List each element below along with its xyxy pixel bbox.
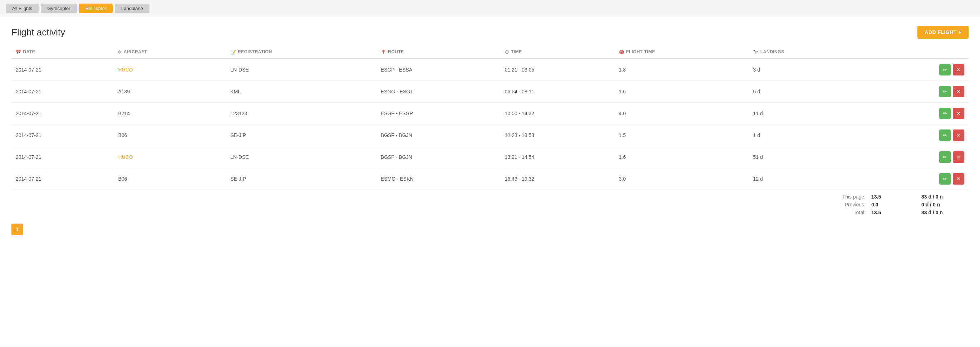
action-cell: ✏✕ (872, 129, 964, 141)
cell-date: 2014-07-21 (11, 81, 114, 102)
date-col-label: DATE (23, 49, 35, 54)
edit-icon: ✏ (943, 176, 947, 182)
action-cell: ✏✕ (872, 108, 964, 119)
add-flight-button[interactable]: ADD FLIGHT + (918, 26, 969, 39)
table-row: 2014-07-21B214123123ESGP - ESGP10:00 - 1… (11, 102, 969, 124)
cell-registration: KML (226, 81, 377, 102)
table-header: 📅 DATE✈ AIRCRAFT📝 REGISTRATION📍 ROUTE⏱ T… (11, 46, 969, 59)
summary-flight-time: 83 d / 0 n (921, 210, 964, 215)
aircraft-col-label: AIRCRAFT (124, 49, 147, 54)
page-1-button[interactable]: 1 (11, 224, 23, 235)
cell-actions: ✏✕ (868, 146, 969, 168)
cell-date: 2014-07-21 (11, 168, 114, 189)
table-row: 2014-07-21B06SE-JIPBGSF - BGJN12:23 - 13… (11, 124, 969, 146)
cell-actions: ✏✕ (868, 168, 969, 189)
delete-button[interactable]: ✕ (953, 108, 964, 119)
cell-flight_time: 1.6 (615, 146, 749, 168)
cell-date: 2014-07-21 (11, 59, 114, 81)
summary-label: Total: (830, 210, 865, 215)
delete-icon: ✕ (956, 176, 961, 182)
pagination: 1 (11, 224, 969, 235)
cell-time: 12:23 - 13:58 (501, 124, 615, 146)
flight_time-col-icon: 🎯 (619, 50, 625, 55)
cell-actions: ✏✕ (868, 124, 969, 146)
cell-registration: SE-JIP (226, 124, 377, 146)
aircraft-link[interactable]: HUCO (118, 67, 133, 73)
cell-route: ESGG - ESGT (377, 81, 501, 102)
summary-row: Total:13.583 d / 0 n (11, 209, 969, 216)
edit-icon: ✏ (943, 154, 947, 160)
col-header-registration: 📝 REGISTRATION (226, 46, 377, 59)
cell-time: 16:43 - 19:32 (501, 168, 615, 189)
delete-button[interactable]: ✕ (953, 86, 964, 97)
delete-button[interactable]: ✕ (953, 173, 964, 185)
cell-aircraft: B06 (114, 124, 226, 146)
summary-row: This page:13.583 d / 0 n (11, 193, 969, 201)
tab-all-flights[interactable]: All Flights (6, 3, 38, 13)
col-header-date: 📅 DATE (11, 46, 114, 59)
flight-table: 📅 DATE✈ AIRCRAFT📝 REGISTRATION📍 ROUTE⏱ T… (11, 46, 969, 190)
summary-time: 13.5 (871, 210, 893, 215)
action-cell: ✏✕ (872, 173, 964, 185)
cell-aircraft: HUCO (114, 146, 226, 168)
date-col-icon: 📅 (16, 50, 21, 55)
edit-button[interactable]: ✏ (939, 64, 951, 75)
delete-button[interactable]: ✕ (953, 64, 964, 75)
edit-button[interactable]: ✏ (939, 173, 951, 185)
delete-icon: ✕ (956, 89, 961, 94)
delete-button[interactable]: ✕ (953, 129, 964, 141)
tab-helicopter[interactable]: Helicopter (79, 3, 113, 13)
cell-landings: 51 d (749, 146, 868, 168)
cell-time: 10:00 - 14:32 (501, 102, 615, 124)
cell-actions: ✏✕ (868, 59, 969, 81)
cell-time: 06:54 - 08:11 (501, 81, 615, 102)
edit-button[interactable]: ✏ (939, 129, 951, 141)
table-body: 2014-07-21HUCOLN-DSEESGP - ESSA01:21 - 0… (11, 59, 969, 190)
cell-actions: ✏✕ (868, 102, 969, 124)
edit-icon: ✏ (943, 111, 947, 116)
delete-icon: ✕ (956, 154, 961, 160)
cell-landings: 1 d (749, 124, 868, 146)
edit-icon: ✏ (943, 67, 947, 73)
edit-button[interactable]: ✏ (939, 86, 951, 97)
cell-route: BGSF - BGJN (377, 124, 501, 146)
col-header-aircraft: ✈ AIRCRAFT (114, 46, 226, 59)
aircraft-col-icon: ✈ (118, 50, 122, 55)
cell-date: 2014-07-21 (11, 102, 114, 124)
cell-flight_time: 4.0 (615, 102, 749, 124)
tab-landplane[interactable]: Landplane (115, 3, 150, 13)
registration-col-icon: 📝 (231, 50, 236, 55)
cell-aircraft: A139 (114, 81, 226, 102)
delete-button[interactable]: ✕ (953, 151, 964, 163)
table-row: 2014-07-21HUCOLN-DSEESGP - ESSA01:21 - 0… (11, 59, 969, 81)
edit-button[interactable]: ✏ (939, 151, 951, 163)
table-row: 2014-07-21B06SE-JIPESMO - ESKN16:43 - 19… (11, 168, 969, 189)
col-header-actions (868, 46, 969, 59)
cell-flight_time: 3.0 (615, 168, 749, 189)
cell-landings: 11 d (749, 102, 868, 124)
edit-icon: ✏ (943, 132, 947, 138)
cell-registration: SE-JIP (226, 168, 377, 189)
header-row: 📅 DATE✈ AIRCRAFT📝 REGISTRATION📍 ROUTE⏱ T… (11, 46, 969, 59)
cell-landings: 12 d (749, 168, 868, 189)
edit-icon: ✏ (943, 89, 947, 94)
cell-time: 01:21 - 03:05 (501, 59, 615, 81)
aircraft-link[interactable]: HUCO (118, 154, 133, 160)
route-col-icon: 📍 (381, 50, 387, 55)
summary-section: This page:13.583 d / 0 nPrevious:0.00 d … (11, 193, 969, 216)
tab-gyrocopter[interactable]: Gyrocopter (41, 3, 76, 13)
landings-col-label: LANDINGS (760, 49, 784, 54)
col-header-route: 📍 ROUTE (377, 46, 501, 59)
cell-aircraft: B214 (114, 102, 226, 124)
edit-button[interactable]: ✏ (939, 108, 951, 119)
cell-flight_time: 1.6 (615, 81, 749, 102)
summary-flight-time: 0 d / 0 n (921, 202, 964, 207)
delete-icon: ✕ (956, 67, 961, 73)
flight_time-col-label: FLIGHT TIME (626, 49, 655, 54)
cell-aircraft: HUCO (114, 59, 226, 81)
cell-date: 2014-07-21 (11, 124, 114, 146)
summary-label: Previous: (830, 202, 865, 207)
landings-col-icon: 🔭 (753, 50, 759, 55)
cell-route: ESGP - ESGP (377, 102, 501, 124)
time-col-icon: ⏱ (505, 50, 509, 55)
